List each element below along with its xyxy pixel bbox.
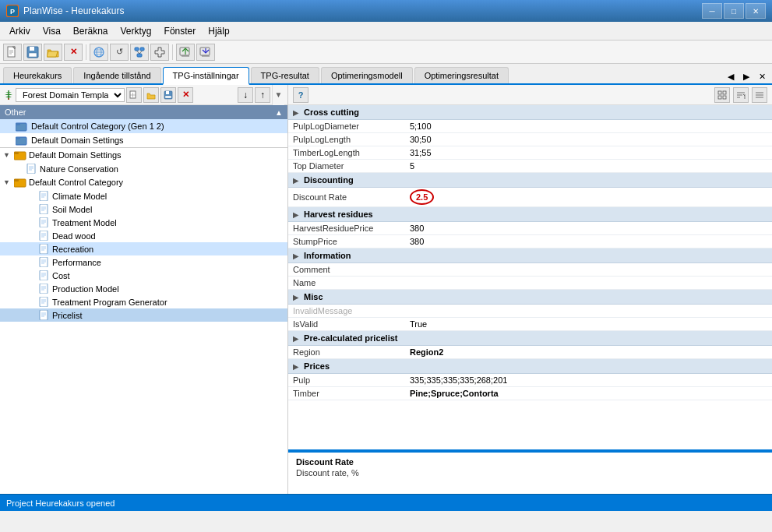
open-button[interactable] — [44, 44, 62, 61]
section-toggle-prices[interactable]: ▶ — [293, 363, 298, 371]
help-button[interactable]: ? — [293, 87, 308, 103]
prop-val-discountrate[interactable]: 2.5 — [405, 188, 772, 207]
section-toggle-discount[interactable]: ▶ — [293, 177, 298, 185]
export-button[interactable] — [176, 44, 195, 61]
network-button[interactable] — [130, 44, 149, 61]
prop-val-topdiameter[interactable]: 5 — [405, 160, 772, 173]
tab-optimeringsresultat[interactable]: Optimeringsresultat — [414, 67, 509, 83]
move-up-button[interactable]: ↑ — [255, 87, 270, 103]
delete-template-button[interactable]: ✕ — [178, 87, 193, 103]
menu-verktyg[interactable]: Verktyg — [115, 22, 158, 40]
section-toggle-harvest[interactable]: ▶ — [293, 211, 298, 219]
save-button[interactable] — [23, 44, 42, 61]
svg-rect-87 — [718, 96, 721, 99]
menu-visa[interactable]: Visa — [37, 22, 67, 40]
other-header-label: Other — [5, 107, 26, 117]
svg-rect-17 — [137, 54, 142, 57]
svg-rect-31 — [166, 91, 169, 94]
tab-tpg-installningar[interactable]: TPG-inställningar — [163, 67, 249, 85]
tree-row-pricelist[interactable]: ▶ Pricelist — [0, 308, 287, 322]
new-template-button[interactable] — [126, 87, 142, 103]
prop-row-topdiameter: Top Diameter 5 — [288, 160, 772, 173]
svg-rect-8 — [30, 47, 34, 51]
prop-key-pulploglength: PulpLogLength — [288, 133, 405, 146]
prop-val-timberloglength[interactable]: 31;55 — [405, 146, 772, 160]
tree-row-default-domain-settings[interactable]: ▼ Default Domain Settings — [0, 148, 287, 162]
new-button[interactable] — [3, 44, 22, 61]
menu-berakna[interactable]: Beräkna — [67, 22, 115, 40]
tabs-nav-right[interactable]: ▶ — [740, 70, 753, 83]
prop-val-harvestresidue[interactable]: 380 — [405, 222, 772, 235]
svg-rect-44 — [14, 179, 19, 181]
view-grid-button[interactable] — [714, 87, 730, 103]
svg-rect-85 — [718, 91, 721, 94]
menu-bar: Arkiv Visa Beräkna Verktyg Fönster Hjälp — [0, 22, 772, 41]
prop-val-pulplogdiam[interactable]: 5;100 — [405, 120, 772, 133]
tree-row-nature[interactable]: ▶ Nature Conservation — [0, 162, 287, 175]
tabs-nav-left[interactable]: ◀ — [724, 70, 737, 83]
import-button[interactable] — [196, 44, 215, 61]
section-toggle-cross[interactable]: ▶ — [293, 109, 298, 117]
tree-row-tpg[interactable]: ▶ Treatment Program Generator — [0, 295, 287, 308]
bottom-title: Discount Rate — [296, 457, 764, 467]
section-toggle-misc[interactable]: ▶ — [293, 294, 298, 301]
tree-row-climate[interactable]: ▶ Climate Model — [0, 189, 287, 203]
tree-row-recreation[interactable]: ▶ Recreation — [0, 242, 287, 255]
prop-val-timber[interactable]: Pine;Spruce;Contorta — [405, 387, 772, 400]
menu-fonster[interactable]: Fönster — [158, 22, 203, 40]
other-tree-header[interactable]: Other ▲ — [0, 105, 287, 119]
section-toggle-pricelist[interactable]: ▶ — [293, 335, 298, 343]
globe-button[interactable] — [90, 44, 108, 61]
prop-val-invalidmsg[interactable] — [405, 305, 772, 318]
tab-tpg-resultat[interactable]: TPG-resultat — [251, 67, 319, 83]
svg-rect-45 — [40, 191, 48, 201]
svg-rect-53 — [40, 217, 48, 227]
tab-ingaende[interactable]: Ingående tillstånd — [73, 67, 160, 83]
prop-val-stumpprice[interactable]: 380 — [405, 235, 772, 248]
maximize-button[interactable]: □ — [724, 3, 744, 19]
cost-label: Cost — [52, 271, 70, 280]
menu-hjalp[interactable]: Hjälp — [202, 22, 235, 40]
tools-button[interactable] — [150, 44, 169, 61]
sort-button[interactable] — [733, 87, 749, 103]
tabs-nav-close[interactable]: ✕ — [756, 70, 769, 83]
tree-row-production[interactable]: ▶ Production Model — [0, 282, 287, 295]
prop-row-pulp: Pulp 335;335;335;335;268;201 — [288, 374, 772, 387]
folder-icon-domain — [14, 150, 26, 160]
doc-icon-recreation — [39, 244, 50, 254]
doc-icon-tpg — [39, 297, 50, 307]
tree-item-default-domain[interactable]: Default Domain Settings — [0, 133, 287, 147]
section-toggle-info[interactable]: ▶ — [293, 252, 298, 260]
tree-row-default-control-category[interactable]: ▼ Default Control Category — [0, 175, 287, 189]
prop-val-comment[interactable] — [405, 263, 772, 277]
prop-val-isvalid[interactable]: True — [405, 318, 772, 331]
svg-rect-69 — [40, 270, 48, 280]
expand-arrow-climate: ▶ — [28, 192, 37, 200]
tree-row-cost[interactable]: ▶ Cost — [0, 269, 287, 282]
tree-item-default-control[interactable]: Default Control Category (Gen 1 2) — [0, 119, 287, 133]
prop-key-harvestresidue: HarvestResiduePrice — [288, 222, 405, 235]
move-down-button[interactable]: ↓ — [238, 87, 253, 103]
tab-optimeringsmodell[interactable]: Optimeringsmodell — [321, 67, 413, 83]
tree-row-performance[interactable]: ▶ Performance — [0, 255, 287, 269]
template-select[interactable]: Forest Domain Template 1 — [16, 88, 125, 102]
scroll-down-btn[interactable]: ▼ — [272, 85, 284, 105]
tree-row-deadwood[interactable]: ▶ Dead wood — [0, 229, 287, 242]
refresh-button[interactable]: ↺ — [110, 44, 129, 61]
prop-val-pulploglength[interactable]: 30;50 — [405, 133, 772, 146]
folder-icon — [16, 121, 28, 132]
tree-row-treatment[interactable]: ▶ Treatment Model — [0, 216, 287, 229]
tab-heurekakurs[interactable]: Heurekakurs — [3, 67, 72, 83]
view-list-button[interactable] — [752, 87, 767, 103]
open-template-button[interactable] — [143, 87, 159, 103]
close-button[interactable]: ✕ — [746, 3, 766, 19]
prop-val-region[interactable]: Region2 — [405, 346, 772, 359]
save-template-button[interactable] — [160, 87, 176, 103]
other-collapse-btn[interactable]: ▲ — [275, 108, 283, 117]
menu-arkiv[interactable]: Arkiv — [3, 22, 37, 40]
prop-val-name[interactable] — [405, 277, 772, 290]
tree-row-soil[interactable]: ▶ Soil Model — [0, 203, 287, 216]
delete-button[interactable]: ✕ — [64, 44, 83, 61]
prop-val-pulp[interactable]: 335;335;335;335;268;201 — [405, 374, 772, 387]
minimize-button[interactable]: ─ — [702, 3, 722, 19]
